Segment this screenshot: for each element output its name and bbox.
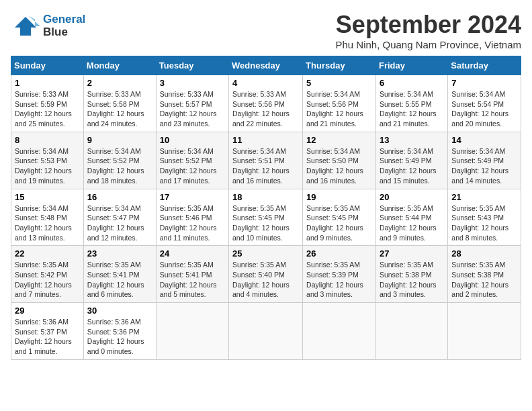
day-info: Sunrise: 5:33 AMSunset: 5:56 PMDaylight:… [232, 90, 290, 128]
day-number: 1 [15, 78, 80, 88]
day-info: Sunrise: 5:35 AMSunset: 5:41 PMDaylight:… [87, 261, 144, 298]
calendar-cell: 13 Sunrise: 5:34 AMSunset: 5:49 PMDaylig… [375, 132, 447, 189]
calendar-week-1: 1 Sunrise: 5:33 AMSunset: 5:59 PMDayligh… [11, 75, 521, 132]
calendar-cell: 29 Sunrise: 5:36 AMSunset: 5:37 PMDaylig… [11, 303, 84, 360]
calendar-cell [375, 303, 447, 360]
day-info: Sunrise: 5:36 AMSunset: 5:37 PMDaylight:… [15, 318, 72, 355]
day-info: Sunrise: 5:35 AMSunset: 5:41 PMDaylight:… [160, 261, 217, 298]
day-info: Sunrise: 5:35 AMSunset: 5:45 PMDaylight:… [306, 204, 363, 242]
calendar-cell: 23 Sunrise: 5:35 AMSunset: 5:41 PMDaylig… [83, 246, 156, 303]
day-number: 2 [87, 78, 152, 88]
day-info: Sunrise: 5:34 AMSunset: 5:56 PMDaylight:… [306, 90, 363, 128]
calendar-cell: 2 Sunrise: 5:33 AMSunset: 5:58 PMDayligh… [83, 75, 156, 132]
day-number: 22 [15, 248, 80, 259]
day-number: 14 [451, 135, 517, 145]
calendar-week-4: 22 Sunrise: 5:35 AMSunset: 5:42 PMDaylig… [11, 246, 521, 303]
day-number: 10 [160, 135, 225, 145]
day-info: Sunrise: 5:35 AMSunset: 5:38 PMDaylight:… [451, 261, 508, 298]
calendar-cell: 5 Sunrise: 5:34 AMSunset: 5:56 PMDayligh… [303, 75, 376, 132]
day-number: 6 [380, 78, 444, 88]
day-number: 17 [160, 192, 225, 202]
calendar-cell: 15 Sunrise: 5:34 AMSunset: 5:48 PMDaylig… [11, 189, 84, 246]
calendar-cell: 3 Sunrise: 5:33 AMSunset: 5:57 PMDayligh… [156, 75, 228, 132]
day-number: 15 [15, 192, 80, 202]
day-info: Sunrise: 5:35 AMSunset: 5:39 PMDaylight:… [306, 261, 363, 298]
weekday-header-friday: Friday [375, 56, 447, 75]
day-info: Sunrise: 5:34 AMSunset: 5:51 PMDaylight:… [232, 147, 290, 185]
calendar-cell: 27 Sunrise: 5:35 AMSunset: 5:38 PMDaylig… [375, 246, 447, 303]
day-info: Sunrise: 5:34 AMSunset: 5:52 PMDaylight:… [87, 147, 144, 185]
day-info: Sunrise: 5:35 AMSunset: 5:40 PMDaylight:… [232, 261, 290, 298]
calendar-cell: 26 Sunrise: 5:35 AMSunset: 5:39 PMDaylig… [303, 246, 376, 303]
calendar-cell: 10 Sunrise: 5:34 AMSunset: 5:52 PMDaylig… [156, 132, 228, 189]
page-header: General Blue September 2024 Phu Ninh, Qu… [11, 11, 521, 50]
day-number: 25 [232, 248, 299, 259]
day-number: 11 [232, 135, 299, 145]
title-area: September 2024 Phu Ninh, Quang Nam Provi… [335, 11, 521, 50]
day-number: 4 [232, 78, 299, 88]
day-info: Sunrise: 5:35 AMSunset: 5:42 PMDaylight:… [15, 261, 72, 298]
calendar-cell: 11 Sunrise: 5:34 AMSunset: 5:51 PMDaylig… [229, 132, 303, 189]
calendar-cell: 20 Sunrise: 5:35 AMSunset: 5:44 PMDaylig… [375, 189, 447, 246]
calendar-cell: 19 Sunrise: 5:35 AMSunset: 5:45 PMDaylig… [303, 189, 376, 246]
day-info: Sunrise: 5:34 AMSunset: 5:49 PMDaylight:… [451, 147, 508, 185]
day-info: Sunrise: 5:35 AMSunset: 5:45 PMDaylight:… [232, 204, 290, 242]
logo-icon [11, 14, 40, 38]
calendar-week-5: 29 Sunrise: 5:36 AMSunset: 5:37 PMDaylig… [11, 303, 521, 360]
calendar-cell: 6 Sunrise: 5:34 AMSunset: 5:55 PMDayligh… [375, 75, 447, 132]
day-info: Sunrise: 5:36 AMSunset: 5:36 PMDaylight:… [87, 318, 144, 355]
logo: General Blue [11, 11, 85, 38]
calendar-table: SundayMondayTuesdayWednesdayThursdayFrid… [11, 56, 521, 360]
day-number: 19 [306, 192, 372, 202]
day-number: 21 [451, 192, 517, 202]
day-number: 8 [15, 135, 80, 145]
calendar-cell: 4 Sunrise: 5:33 AMSunset: 5:56 PMDayligh… [229, 75, 303, 132]
day-number: 5 [306, 78, 372, 88]
day-info: Sunrise: 5:35 AMSunset: 5:38 PMDaylight:… [380, 261, 437, 298]
day-info: Sunrise: 5:34 AMSunset: 5:52 PMDaylight:… [160, 147, 217, 185]
day-info: Sunrise: 5:35 AMSunset: 5:43 PMDaylight:… [451, 204, 508, 242]
weekday-header-thursday: Thursday [303, 56, 376, 75]
month-title: September 2024 [335, 11, 521, 39]
logo-general: General [43, 13, 85, 26]
calendar-cell: 30 Sunrise: 5:36 AMSunset: 5:36 PMDaylig… [83, 303, 156, 360]
day-number: 20 [380, 192, 444, 202]
calendar-cell: 7 Sunrise: 5:34 AMSunset: 5:54 PMDayligh… [448, 75, 521, 132]
day-info: Sunrise: 5:34 AMSunset: 5:55 PMDaylight:… [380, 90, 437, 128]
calendar-cell: 8 Sunrise: 5:34 AMSunset: 5:53 PMDayligh… [11, 132, 84, 189]
day-number: 16 [87, 192, 152, 202]
calendar-cell: 1 Sunrise: 5:33 AMSunset: 5:59 PMDayligh… [11, 75, 84, 132]
day-info: Sunrise: 5:33 AMSunset: 5:57 PMDaylight:… [160, 90, 217, 128]
day-number: 13 [380, 135, 444, 145]
day-number: 30 [87, 306, 152, 316]
calendar-week-3: 15 Sunrise: 5:34 AMSunset: 5:48 PMDaylig… [11, 189, 521, 246]
day-info: Sunrise: 5:35 AMSunset: 5:44 PMDaylight:… [380, 204, 437, 242]
calendar-cell: 14 Sunrise: 5:34 AMSunset: 5:49 PMDaylig… [448, 132, 521, 189]
day-number: 23 [87, 248, 152, 259]
day-number: 12 [306, 135, 372, 145]
calendar-cell: 9 Sunrise: 5:34 AMSunset: 5:52 PMDayligh… [83, 132, 156, 189]
day-info: Sunrise: 5:33 AMSunset: 5:59 PMDaylight:… [15, 90, 72, 128]
day-number: 24 [160, 248, 225, 259]
weekday-header-sunday: Sunday [11, 56, 84, 75]
calendar-cell: 28 Sunrise: 5:35 AMSunset: 5:38 PMDaylig… [448, 246, 521, 303]
day-number: 9 [87, 135, 152, 145]
calendar-week-2: 8 Sunrise: 5:34 AMSunset: 5:53 PMDayligh… [11, 132, 521, 189]
day-number: 7 [451, 78, 517, 88]
day-info: Sunrise: 5:35 AMSunset: 5:46 PMDaylight:… [160, 204, 217, 242]
day-info: Sunrise: 5:34 AMSunset: 5:50 PMDaylight:… [306, 147, 363, 185]
weekday-header-wednesday: Wednesday [229, 56, 303, 75]
calendar-cell [156, 303, 228, 360]
calendar-cell [229, 303, 303, 360]
calendar-cell: 16 Sunrise: 5:34 AMSunset: 5:47 PMDaylig… [83, 189, 156, 246]
day-info: Sunrise: 5:34 AMSunset: 5:47 PMDaylight:… [87, 204, 144, 242]
day-number: 28 [451, 248, 517, 259]
day-info: Sunrise: 5:33 AMSunset: 5:58 PMDaylight:… [87, 90, 144, 128]
day-info: Sunrise: 5:34 AMSunset: 5:54 PMDaylight:… [451, 90, 508, 128]
calendar-cell: 25 Sunrise: 5:35 AMSunset: 5:40 PMDaylig… [229, 246, 303, 303]
day-info: Sunrise: 5:34 AMSunset: 5:49 PMDaylight:… [380, 147, 437, 185]
weekday-header-tuesday: Tuesday [156, 56, 228, 75]
calendar-cell: 21 Sunrise: 5:35 AMSunset: 5:43 PMDaylig… [448, 189, 521, 246]
day-number: 27 [380, 248, 444, 259]
calendar-cell: 17 Sunrise: 5:35 AMSunset: 5:46 PMDaylig… [156, 189, 228, 246]
